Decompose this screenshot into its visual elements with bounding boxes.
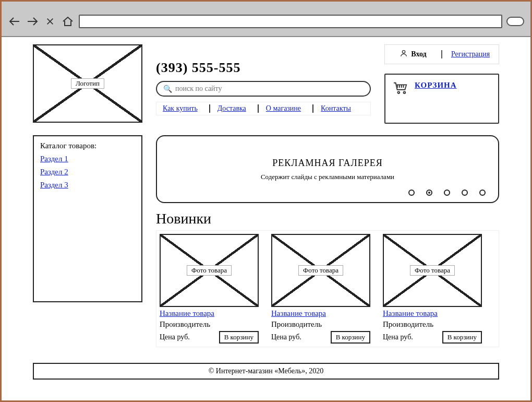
login-link[interactable]: Вход <box>411 50 426 58</box>
product-image-placeholder: Фото товара <box>271 234 370 307</box>
cart-link[interactable]: КОРЗИНА <box>415 81 457 90</box>
product-price: Цена руб. <box>271 333 301 341</box>
browser-chrome <box>2 2 530 37</box>
catalog-section-1[interactable]: Раздел 1 <box>40 155 135 163</box>
catalog-section-2[interactable]: Раздел 2 <box>40 168 135 176</box>
catalog-sidebar: Каталог товаров: Раздел 1 Раздел 2 Разде… <box>33 135 142 302</box>
search-input[interactable] <box>175 85 364 93</box>
logo-label: Логотип <box>71 78 104 89</box>
product-name-link[interactable]: Название товара <box>160 309 259 318</box>
promo-banner: РЕКЛАМНАЯ ГАЛЕРЕЯ Содержит слайды с рекл… <box>156 135 499 203</box>
throbber-icon <box>506 17 524 26</box>
search-icon: 🔍 <box>163 85 172 93</box>
user-icon <box>400 49 408 60</box>
banner-dot[interactable] <box>426 190 432 196</box>
stop-button[interactable] <box>43 16 57 27</box>
product-price: Цена руб. <box>383 333 413 341</box>
svg-point-2 <box>404 91 406 93</box>
back-button[interactable] <box>8 16 21 27</box>
banner-dot[interactable] <box>408 190 415 196</box>
add-to-cart-button[interactable]: В корзину <box>442 331 482 344</box>
product-image-placeholder: Фото товара <box>160 234 259 307</box>
logo-placeholder: Логотип <box>33 44 142 123</box>
url-bar[interactable] <box>79 15 502 28</box>
product-image-label: Фото товара <box>298 265 343 276</box>
banner-subtitle: Содержит слайды с рекламными материалами <box>261 173 394 181</box>
banner-title: РЕКЛАМНАЯ ГАЛЕРЕЯ <box>272 158 382 169</box>
novinki-heading: Новинки <box>156 210 499 227</box>
banner-dot[interactable] <box>479 190 486 196</box>
search-box[interactable]: 🔍 <box>156 81 371 97</box>
svg-point-1 <box>397 91 400 93</box>
product-card: Фото товара Название товара Производител… <box>271 234 370 344</box>
product-name-link[interactable]: Название товара <box>383 309 482 318</box>
product-maker: Производитель <box>271 320 370 329</box>
auth-box: Вход Регистрация <box>384 44 499 64</box>
banner-dots <box>408 190 486 196</box>
product-grid: Фото товара Название товара Производител… <box>156 230 499 347</box>
cart-box[interactable]: КОРЗИНА <box>384 74 499 124</box>
phone-number: (393) 555-555 <box>156 60 371 76</box>
footer: © Интернет-магазин «Мебель», 2020 <box>33 363 499 380</box>
forward-button[interactable] <box>26 16 39 27</box>
info-links: Как купить Доставка О магазине Контакты <box>156 102 371 115</box>
product-image-label: Фото товара <box>410 265 455 276</box>
catalog-title: Каталог товаров: <box>40 141 135 150</box>
catalog-section-3[interactable]: Раздел 3 <box>40 181 135 190</box>
product-name-link[interactable]: Название товара <box>271 309 370 318</box>
link-how-to-buy[interactable]: Как купить <box>160 104 201 113</box>
product-card: Фото товара Название товара Производител… <box>160 234 259 344</box>
banner-dot[interactable] <box>462 190 468 196</box>
add-to-cart-button[interactable]: В корзину <box>331 331 370 344</box>
svg-point-0 <box>403 51 405 53</box>
product-image-label: Фото товара <box>187 265 232 276</box>
cart-icon <box>393 81 408 97</box>
link-contacts[interactable]: Контакты <box>312 104 354 113</box>
link-about[interactable]: О магазине <box>258 104 304 113</box>
add-to-cart-button[interactable]: В корзину <box>219 331 259 344</box>
product-maker: Производитель <box>383 320 482 329</box>
register-link[interactable]: Регистрация <box>451 50 490 58</box>
product-maker: Производитель <box>160 320 259 329</box>
product-card: Фото товара Название товара Производител… <box>383 234 482 344</box>
home-button[interactable] <box>61 16 75 27</box>
banner-dot[interactable] <box>444 190 450 196</box>
product-price: Цена руб. <box>160 333 190 341</box>
link-delivery[interactable]: Доставка <box>209 104 249 113</box>
product-image-placeholder: Фото товара <box>383 234 482 307</box>
